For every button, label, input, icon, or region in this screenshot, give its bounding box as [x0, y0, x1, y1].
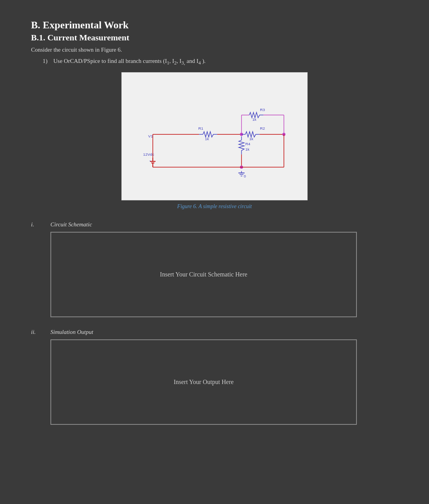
simulation-output-placeholder: Insert Your Output Here — [174, 379, 234, 386]
svg-text:0: 0 — [244, 174, 246, 178]
svg-text:R3: R3 — [260, 108, 265, 112]
simulation-output-box: Insert Your Output Here — [50, 339, 357, 425]
svg-text:1k: 1k — [249, 137, 253, 141]
sub-item-ii-label: Simulation Output — [50, 329, 93, 335]
figure-container: V1 12Vdc R1 1k — [121, 72, 308, 210]
svg-text:1k: 1k — [205, 137, 209, 141]
circuit-schematic-placeholder: Insert Your Circuit Schematic Here — [160, 271, 247, 278]
figure-caption: Figure 6. A simple resistive circuit — [177, 203, 252, 210]
svg-text:R4: R4 — [246, 142, 251, 146]
svg-text:R2: R2 — [260, 126, 265, 130]
intro-text: Consider the circuit shown in Figure 6. — [31, 47, 398, 53]
circuit-schematic-box: Insert Your Circuit Schematic Here — [50, 232, 357, 317]
svg-text:1k: 1k — [246, 147, 250, 151]
svg-text:1k: 1k — [252, 117, 256, 122]
subsection-title: B.1. Current Measurement — [31, 33, 398, 43]
svg-text:12Vdc: 12Vdc — [143, 152, 154, 156]
sub-item-i-label: Circuit Schematic — [50, 221, 92, 228]
sub-item-ii-number: ii. — [31, 329, 50, 335]
sub-item-i-number: i. — [31, 221, 50, 228]
svg-text:R1: R1 — [198, 126, 203, 130]
svg-text:V1: V1 — [148, 134, 153, 138]
sub-item-ii: ii. Simulation Output — [31, 329, 398, 335]
circuit-diagram: V1 12Vdc R1 1k — [121, 72, 308, 200]
svg-text:-: - — [149, 158, 151, 163]
sub-item-i: i. Circuit Schematic — [31, 221, 398, 228]
section-title: B. Experimental Work — [31, 19, 398, 31]
numbered-item: 1) Use OrCAD/PSpice to find all branch c… — [43, 58, 398, 66]
page-content: B. Experimental Work B.1. Current Measur… — [31, 19, 398, 425]
